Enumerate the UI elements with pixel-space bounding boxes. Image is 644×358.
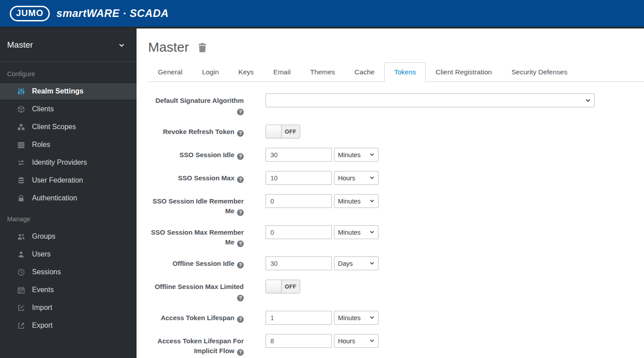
- sidebar-item-export[interactable]: Export: [0, 317, 137, 334]
- form-row-revoke-refresh-token: Revoke Refresh Token OFF: [148, 125, 644, 138]
- realm-selector-label: Master: [7, 40, 33, 50]
- help-icon[interactable]: [237, 295, 244, 301]
- sidebar-item-client-scopes[interactable]: Client Scopes: [0, 118, 137, 136]
- delete-realm-button[interactable]: [198, 43, 207, 53]
- form-row-sso-session-idle-remember-me: SSO Session Idle Remember Me Minutes: [148, 194, 644, 216]
- sidebar-item-identity-providers[interactable]: Identity Providers: [0, 154, 137, 171]
- tab-bar: GeneralLoginKeysEmailThemesCacheTokensCl…: [148, 62, 644, 82]
- sidebar-section: Manage Groups Users Sessions Events Impo…: [0, 207, 137, 334]
- sidebar-item-user-federation[interactable]: User Federation: [0, 171, 137, 189]
- realm-selector[interactable]: Master: [0, 28, 137, 62]
- help-icon[interactable]: [237, 153, 244, 160]
- clock-icon: [17, 268, 25, 276]
- field-label: Default Signature Algorithm: [148, 94, 244, 115]
- sso-session-max-unit-select[interactable]: Hours: [334, 171, 378, 185]
- jumo-logo-text: JUMO: [16, 8, 44, 18]
- sidebar-item-realm-settings[interactable]: Realm Settings: [0, 82, 137, 100]
- cube-icon: [17, 105, 25, 113]
- exchange-icon: [17, 159, 25, 167]
- sso-session-max-remember-me-input[interactable]: [266, 225, 332, 239]
- help-icon[interactable]: [237, 262, 244, 268]
- tab-keys[interactable]: Keys: [229, 62, 263, 82]
- chevron-down-icon: [118, 42, 125, 49]
- form-row-sso-session-max: SSO Session Max Hours: [148, 171, 644, 185]
- sso-session-idle-unit-select[interactable]: Minutes: [334, 148, 378, 162]
- help-icon[interactable]: [237, 316, 244, 323]
- sso-session-max-input[interactable]: [266, 171, 332, 185]
- tab-general[interactable]: General: [148, 62, 192, 82]
- sidebar-item-import[interactable]: Import: [0, 299, 137, 317]
- help-icon[interactable]: [237, 109, 244, 115]
- sidebar-item-groups[interactable]: Groups: [0, 228, 137, 245]
- revoke-refresh-token-toggle[interactable]: OFF: [266, 125, 300, 138]
- sso-session-idle-input[interactable]: [266, 148, 332, 162]
- tab-login[interactable]: Login: [192, 62, 229, 82]
- field-label: SSO Session Max: [148, 171, 244, 185]
- help-icon[interactable]: [237, 130, 244, 137]
- tab-cache[interactable]: Cache: [345, 62, 384, 82]
- export-icon: [17, 321, 25, 330]
- import-icon: [17, 304, 25, 312]
- field-label: Access Token Lifespan: [148, 311, 244, 325]
- calendar-icon: [17, 286, 25, 294]
- sidebar-item-clients[interactable]: Clients: [0, 100, 137, 118]
- help-icon[interactable]: [237, 176, 244, 183]
- main-content: Master GeneralLoginKeysEmailThemesCacheT…: [137, 28, 644, 358]
- form-row-offline-session-max-limited: Offline Session Max Limited OFF: [148, 280, 644, 301]
- help-icon[interactable]: [237, 240, 244, 247]
- form-row-offline-session-idle: Offline Session Idle Days: [148, 256, 644, 270]
- tab-tokens[interactable]: Tokens: [384, 62, 426, 82]
- sidebar-section-title: Configure: [0, 62, 137, 82]
- product-name: smartWARE · SCADA: [56, 7, 169, 20]
- page-title: Master: [148, 39, 189, 55]
- sidebar-item-roles[interactable]: Roles: [0, 136, 137, 154]
- lock-icon: [17, 194, 25, 202]
- database-icon: [17, 176, 25, 184]
- form-row-access-token-lifespan-for-implicit-flow: Access Token Lifespan For Implicit Flow …: [148, 334, 644, 356]
- offline-session-max-limited-toggle[interactable]: OFF: [266, 280, 300, 293]
- tab-themes[interactable]: Themes: [300, 62, 345, 82]
- sidebar-item-sessions[interactable]: Sessions: [0, 263, 137, 281]
- sso-session-max-remember-me-unit-select[interactable]: Minutes: [334, 225, 378, 239]
- tab-security-defenses[interactable]: Security Defenses: [502, 62, 577, 82]
- sidebar-item-users[interactable]: Users: [0, 245, 137, 263]
- sso-session-idle-remember-me-input[interactable]: [266, 194, 332, 208]
- tab-email[interactable]: Email: [264, 62, 301, 82]
- default-signature-algorithm-select[interactable]: [266, 94, 595, 107]
- form-row-default-signature-algorithm: Default Signature Algorithm: [148, 94, 644, 115]
- user-icon: [17, 250, 25, 258]
- field-label: SSO Session Max Remember Me: [148, 225, 244, 247]
- app-header: JUMO smartWARE · SCADA: [0, 0, 644, 28]
- tab-client-registration[interactable]: Client Registration: [426, 62, 502, 82]
- field-label: Offline Session Max Limited: [148, 280, 244, 301]
- help-icon[interactable]: [237, 209, 244, 216]
- sidebar-nav: Configure Realm Settings Clients Client …: [0, 62, 137, 334]
- sidebar-section: Configure Realm Settings Clients Client …: [0, 62, 137, 207]
- sso-session-idle-remember-me-unit-select[interactable]: Minutes: [334, 194, 378, 208]
- access-token-lifespan-for-implicit-flow-input[interactable]: [266, 334, 332, 348]
- toggle-state-label: OFF: [282, 280, 300, 293]
- cubes-icon: [17, 123, 25, 131]
- sidebar-item-events[interactable]: Events: [0, 281, 137, 299]
- field-label: SSO Session Idle: [148, 148, 244, 162]
- sidebar-section-title: Manage: [0, 207, 137, 228]
- form-row-access-token-lifespan: Access Token Lifespan Minutes: [148, 311, 644, 325]
- users-icon: [17, 232, 25, 240]
- trash-icon: [198, 43, 207, 53]
- toggle-handle: [266, 280, 282, 293]
- toggle-state-label: OFF: [282, 125, 300, 138]
- field-label: Access Token Lifespan For Implicit Flow: [148, 334, 244, 356]
- offline-session-idle-unit-select[interactable]: Days: [334, 256, 378, 270]
- sidebar-item-authentication[interactable]: Authentication: [0, 189, 137, 207]
- offline-session-idle-input[interactable]: [266, 256, 332, 270]
- form-row-sso-session-idle: SSO Session Idle Minutes: [148, 148, 644, 162]
- form-row-sso-session-max-remember-me: SSO Session Max Remember Me Minutes: [148, 225, 644, 247]
- page-title-row: Master: [148, 39, 644, 55]
- tokens-form: Default Signature Algorithm Revoke Refre…: [148, 94, 644, 356]
- field-label: Revoke Refresh Token: [148, 125, 244, 138]
- help-icon[interactable]: [237, 349, 244, 356]
- access-token-lifespan-unit-select[interactable]: Minutes: [334, 311, 378, 325]
- access-token-lifespan-input[interactable]: [266, 311, 332, 325]
- tasks-icon: [17, 141, 25, 149]
- access-token-lifespan-for-implicit-flow-unit-select[interactable]: Hours: [334, 334, 378, 348]
